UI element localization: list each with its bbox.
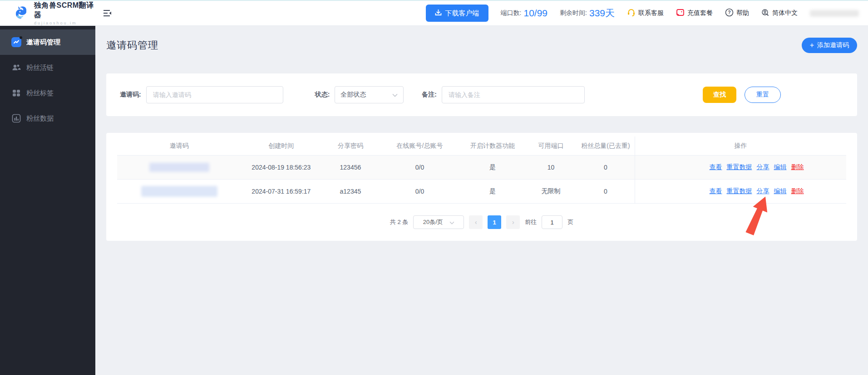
status-filter-select[interactable]: 全部状态: [335, 86, 404, 103]
page-unit-label: 页: [567, 218, 573, 226]
accounts-cell: 0/0: [380, 156, 460, 179]
status-filter-value: 全部状态: [340, 91, 366, 99]
edit-link[interactable]: 编辑: [774, 163, 787, 171]
current-page-button[interactable]: 1: [488, 215, 501, 229]
headset-icon: [627, 8, 636, 18]
main-content: 邀请码管理 + 添加邀请码 邀请码: 状态: 全部状态 备注: 查找 重置: [95, 26, 868, 375]
fans-cell: 0: [577, 156, 635, 179]
download-client-button[interactable]: 下载客户端: [426, 5, 488, 22]
delete-link[interactable]: 删除: [791, 163, 804, 171]
pagination: 共 2 条 20条/页 ‹ 1 › 前往 页: [117, 215, 846, 229]
page-title: 邀请码管理: [106, 39, 158, 52]
remark-filter-input[interactable]: [442, 86, 585, 103]
created-cell: 2024-07-31 16:59:17: [241, 180, 321, 203]
next-page-button[interactable]: ›: [506, 215, 520, 229]
page-size-select[interactable]: 20条/页: [413, 215, 464, 229]
brand-title: 独角兽SCRM翻译器: [34, 1, 95, 20]
recharge-card-icon: [676, 8, 685, 18]
actions-cell: 查看 重置数据 分享 编辑 删除: [635, 156, 846, 179]
share-link[interactable]: 分享: [757, 187, 769, 195]
invite-code-filter-input[interactable]: [146, 86, 283, 103]
table-row: 2024-07-31 16:59:17 a12345 0/0 是 无限制 0 查…: [117, 180, 846, 204]
invite-code-cell: [117, 180, 241, 203]
port-count-label: 端口数:: [501, 9, 522, 17]
chevron-down-icon: [392, 91, 398, 98]
status-filter-label: 状态:: [315, 91, 330, 99]
total-count-label: 共 2 条: [390, 218, 408, 226]
invite-code-filter-group: 邀请码:: [120, 86, 283, 103]
help-item[interactable]: ? 帮助: [725, 8, 749, 18]
reset-data-link[interactable]: 重置数据: [727, 163, 752, 171]
port-count-stat: 端口数: 10/99: [501, 8, 547, 19]
sidebar-item-invite-code[interactable]: 邀请码管理: [0, 29, 95, 55]
sidebar-item-fan-data[interactable]: 粉丝数据: [0, 106, 95, 131]
remaining-time-stat: 剩余时间: 339天: [560, 7, 615, 19]
page-size-value: 20条/页: [423, 218, 443, 226]
goto-page-input[interactable]: [542, 215, 562, 229]
language-label: 简体中文: [772, 9, 798, 17]
prev-page-button[interactable]: ‹: [469, 215, 483, 229]
search-button[interactable]: 查找: [703, 87, 736, 103]
add-invite-code-button[interactable]: + 添加邀请码: [802, 38, 857, 53]
goto-page-label: 前往: [525, 218, 537, 226]
topbar-right-group: 下载客户端 端口数: 10/99 剩余时间: 339天 联系客服: [426, 5, 868, 22]
view-link[interactable]: 查看: [710, 163, 722, 171]
plus-icon: +: [810, 42, 814, 49]
column-header-fans: 粉丝总量(已去重): [577, 136, 635, 155]
language-switcher[interactable]: 简体中文: [761, 9, 798, 18]
password-cell: a12345: [321, 180, 380, 203]
table-header-row: 邀请码 创建时间 分享密码 在线账号/总账号 开启计数器功能 可用端口 粉丝总量…: [117, 136, 846, 156]
recharge-plan-item[interactable]: 充值套餐: [676, 8, 713, 18]
bar-chart-icon: [11, 113, 21, 123]
view-link[interactable]: 查看: [710, 187, 722, 195]
remaining-time-label: 剩余时间:: [560, 9, 587, 17]
column-header-invite-code: 邀请码: [117, 136, 241, 155]
top-bar: 独角兽SCRM翻译器 dujiaoshou.im: [0, 0, 868, 26]
actions-cell: 查看 重置数据 分享 编辑 删除: [635, 180, 846, 203]
sidebar-item-label: 粉丝数据: [26, 114, 54, 123]
share-link[interactable]: 分享: [757, 163, 769, 171]
remark-filter-label: 备注:: [422, 91, 437, 99]
column-header-actions: 操作: [635, 136, 846, 155]
sidebar-collapse-icon[interactable]: [103, 10, 112, 17]
brand-logo: 独角兽SCRM翻译器 dujiaoshou.im: [0, 1, 95, 25]
recharge-plan-label: 充值套餐: [687, 9, 713, 17]
sidebar-item-fan-links[interactable]: 粉丝活链: [0, 55, 95, 80]
contact-support-item[interactable]: 联系客服: [627, 8, 664, 18]
reset-button[interactable]: 重置: [745, 87, 781, 103]
page-header: 邀请码管理 + 添加邀请码: [106, 38, 857, 53]
question-circle-icon: ?: [725, 8, 734, 18]
counter-cell: 是: [460, 180, 526, 203]
language-globe-icon: [761, 9, 769, 18]
help-label: 帮助: [736, 9, 749, 17]
download-button-label: 下载客户端: [445, 9, 479, 18]
column-header-counter: 开启计数器功能: [460, 136, 526, 155]
sidebar-item-label: 粉丝标签: [26, 89, 54, 97]
column-header-created: 创建时间: [241, 136, 321, 155]
fans-cell: 0: [577, 180, 635, 203]
brand-text: 独角兽SCRM翻译器 dujiaoshou.im: [34, 1, 95, 25]
invite-code-redacted: [149, 163, 209, 172]
remark-filter-group: 备注:: [422, 86, 585, 103]
filter-bar: 邀请码: 状态: 全部状态 备注: 查找 重置: [106, 73, 857, 116]
ports-cell: 10: [525, 156, 576, 179]
ports-cell: 无限制: [525, 180, 576, 203]
sidebar-item-label: 邀请码管理: [26, 38, 60, 47]
brand-subtitle: dujiaoshou.im: [34, 21, 95, 25]
invite-code-redacted: [141, 186, 217, 197]
port-count-value: 10/99: [524, 8, 548, 19]
account-name-redacted[interactable]: [810, 10, 859, 17]
add-invite-code-label: 添加邀请码: [817, 41, 849, 49]
contact-support-label: 联系客服: [638, 9, 664, 17]
unicorn-logo-icon: [14, 4, 30, 22]
password-cell: 123456: [321, 156, 380, 179]
edit-link[interactable]: 编辑: [774, 187, 787, 195]
reset-data-link[interactable]: 重置数据: [727, 187, 752, 195]
remaining-time-value: 339天: [589, 7, 615, 19]
column-header-ports: 可用端口: [525, 136, 576, 155]
counter-cell: 是: [460, 156, 526, 179]
accounts-cell: 0/0: [380, 180, 460, 203]
delete-link[interactable]: 删除: [791, 187, 804, 195]
status-filter-group: 状态: 全部状态: [315, 86, 404, 103]
sidebar-item-fan-tags[interactable]: 粉丝标签: [0, 80, 95, 106]
